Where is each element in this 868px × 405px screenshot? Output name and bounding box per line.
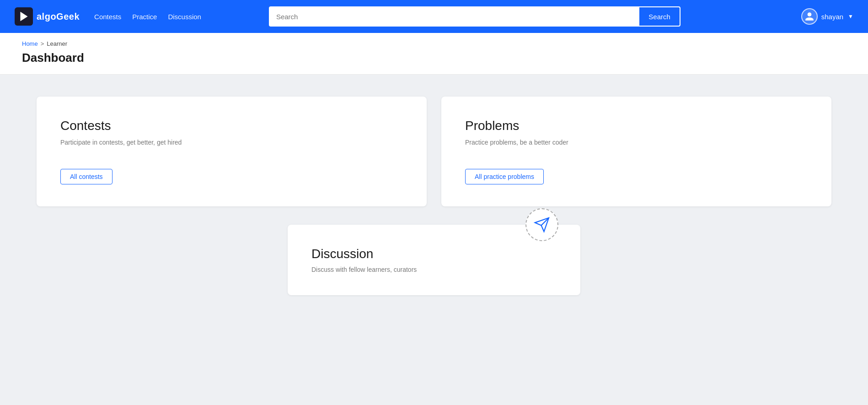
nav-practice[interactable]: Practice [132, 13, 157, 21]
breadcrumb-home[interactable]: Home [22, 40, 38, 47]
contests-card: Contests Participate in contests, get be… [37, 97, 427, 206]
search-button[interactable]: Search [638, 6, 680, 27]
discussion-card: Discussion Discuss with fellow learners,… [288, 225, 580, 295]
nav-discussion[interactable]: Discussion [168, 13, 201, 21]
navbar: algoGeek Contests Practice Discussion Se… [0, 0, 868, 33]
problems-card: Problems Practice problems, be a better … [441, 97, 831, 206]
main-content: Contests Participate in contests, get be… [0, 75, 868, 401]
all-contests-button[interactable]: All contests [60, 169, 113, 184]
breadcrumb: Home > Learner [22, 40, 846, 47]
discussion-card-title: Discussion [311, 247, 557, 261]
breadcrumb-separator: > [41, 40, 44, 47]
all-problems-button[interactable]: All practice problems [465, 169, 544, 184]
send-icon [534, 216, 550, 233]
user-area: shayan ▼ [801, 8, 853, 25]
breadcrumb-current: Learner [47, 40, 67, 47]
avatar [801, 8, 818, 25]
problems-card-title: Problems [465, 119, 808, 133]
contests-card-title: Contests [60, 119, 403, 133]
search-input[interactable] [269, 6, 638, 27]
discussion-icon-circle [525, 208, 558, 241]
search-area: Search [269, 6, 680, 27]
problems-card-description: Practice problems, be a better coder [465, 139, 808, 146]
nav-links: Contests Practice Discussion [94, 13, 201, 21]
logo-link[interactable]: algoGeek [15, 7, 80, 26]
page-title: Dashboard [22, 51, 846, 65]
svg-marker-0 [21, 13, 27, 21]
discussion-section: Discussion Discuss with fellow learners,… [37, 225, 831, 295]
discussion-card-description: Discuss with fellow learners, curators [311, 266, 557, 273]
user-name: shayan [821, 13, 843, 21]
page-header: Home > Learner Dashboard [0, 33, 868, 75]
logo-text: algoGeek [37, 11, 80, 22]
dropdown-arrow-icon[interactable]: ▼ [848, 13, 853, 20]
nav-contests[interactable]: Contests [94, 13, 121, 21]
cards-row: Contests Participate in contests, get be… [37, 97, 831, 206]
logo-icon [15, 7, 33, 26]
contests-card-description: Participate in contests, get better, get… [60, 139, 403, 146]
